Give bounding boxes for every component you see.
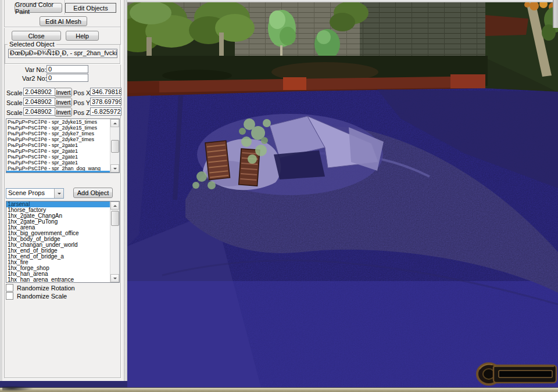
edit-objects-button[interactable]: Edit Objects	[65, 3, 116, 13]
list-item[interactable]: РњРµР»РѕС‡Рё - spr_2gate1	[6, 160, 119, 166]
window-right-edge	[553, 0, 558, 28]
scroll-up-icon[interactable]	[110, 202, 119, 210]
key-gauge-icon	[477, 364, 556, 384]
list-item[interactable]: РњРµР»РѕС‡Рё - spr_2gate1	[6, 154, 119, 160]
scene-editor-window: Ground Color Paint Edit Objects Edit AI …	[0, 0, 558, 392]
scale-y-field[interactable]: 2.048902	[23, 98, 55, 106]
pos-x-field[interactable]: 346.798187	[90, 88, 121, 96]
category-dropdown-value: Scene Props	[8, 189, 45, 196]
ladder-icon	[205, 141, 230, 179]
pos-x-label: Pos X:	[73, 89, 92, 96]
pos-z-field[interactable]: -6.825972	[90, 107, 121, 116]
list-item[interactable]: РњРµР»РѕС‡Рё - spr_2dyke7_times	[6, 131, 119, 136]
list-item[interactable]: РњРµР»РѕС‡Рё - spr_2gate1	[6, 148, 119, 154]
randomize-rotation-label: Randomize Rotation	[17, 285, 75, 292]
ladder-icon	[239, 149, 260, 186]
scale-label: Scale	[6, 89, 23, 96]
randomize-scale-checkbox[interactable]	[6, 292, 13, 300]
window-top-edge	[124, 0, 558, 2]
var-no-label: Var No:	[25, 66, 46, 73]
list-item[interactable]: РњРµР»РѕС‡Рё - spr_2dyke15_times	[6, 125, 119, 131]
tools-group-divider	[4, 27, 120, 28]
var2-no-field[interactable]: 0	[46, 74, 88, 82]
scroll-up-icon[interactable]	[110, 119, 119, 127]
scale-x-field[interactable]: 2.048902	[23, 88, 55, 96]
chevron-down-icon[interactable]	[54, 189, 63, 198]
pos-z-label: Pos Z:	[73, 109, 92, 116]
scale-z-field[interactable]: 2.048902	[23, 107, 55, 116]
selected-object-group-label: Selected Object	[8, 41, 56, 48]
scene-objects-scrollbar[interactable]	[110, 119, 119, 172]
scroll-down-icon[interactable]	[110, 164, 119, 172]
scale-label: Scale	[6, 109, 23, 116]
partially-visible-selected-item[interactable]	[6, 171, 110, 172]
add-object-button[interactable]: Add Object	[73, 188, 113, 198]
list-item[interactable]: РњРµР»РѕС‡Рё - spr_2gate1	[6, 142, 119, 148]
randomize-rotation-checkbox[interactable]	[6, 284, 13, 292]
pos-y-field[interactable]: 378.697998	[90, 98, 121, 106]
scene-render	[127, 2, 558, 387]
panel-right-frame	[124, 0, 127, 381]
list-item[interactable]: РњРµР»РѕС‡Рё - spr_2dyke15_times	[6, 119, 119, 125]
randomize-scale-label: Randomize Scale	[17, 293, 67, 300]
scrollbar-thumb[interactable]	[111, 211, 119, 226]
bottom-bar-shadow	[2, 386, 34, 391]
edit-ai-mesh-button[interactable]: Edit AI Mesh	[40, 16, 87, 26]
editor-tool-panel: Ground Color Paint Edit Objects Edit AI …	[2, 0, 124, 381]
invert-z-button[interactable]: Invert	[55, 107, 72, 117]
randomize-scale-row: Randomize Scale	[6, 292, 67, 300]
selected-object-field[interactable]: ÐœÐµÐ»Ð¾Ñ‡Ð¸Ð, - spr_2han_fvcking_door	[8, 49, 117, 58]
invert-x-button[interactable]: Invert	[55, 88, 72, 97]
invert-y-button[interactable]: Invert	[55, 98, 72, 107]
var2-no-label: Var2 No:	[22, 75, 47, 82]
ground-color-paint-button[interactable]: Ground Color Paint	[15, 3, 62, 13]
scale-label: Scale	[6, 99, 23, 106]
help-button[interactable]: Help	[66, 31, 99, 41]
prop-list[interactable]: 1arsenal1horse_factory1hx_2gate_ChangAn1…	[6, 201, 120, 283]
list-item[interactable]: 1hx_han_arena_entrance	[6, 277, 119, 283]
window-bottom-bar	[0, 387, 558, 392]
list-item[interactable]: РњРµР»РѕС‡Рё - spr_2dyke7_times	[6, 136, 119, 142]
randomize-rotation-row: Randomize Rotation	[6, 284, 75, 292]
close-button[interactable]: Close	[12, 31, 61, 41]
scroll-down-icon[interactable]	[110, 274, 119, 282]
prop-list-scrollbar[interactable]	[110, 202, 119, 282]
3d-viewport[interactable]	[127, 2, 558, 387]
pos-y-label: Pos Y:	[73, 99, 92, 106]
var-no-field[interactable]: 0	[46, 65, 88, 73]
category-dropdown[interactable]: Scene Props	[6, 188, 64, 199]
scrollbar-thumb[interactable]	[111, 140, 119, 153]
scene-objects-list[interactable]: РњРµР»РѕС‡Рё - spr_2dyke15_timesРњРµР»Рѕ…	[6, 118, 120, 173]
